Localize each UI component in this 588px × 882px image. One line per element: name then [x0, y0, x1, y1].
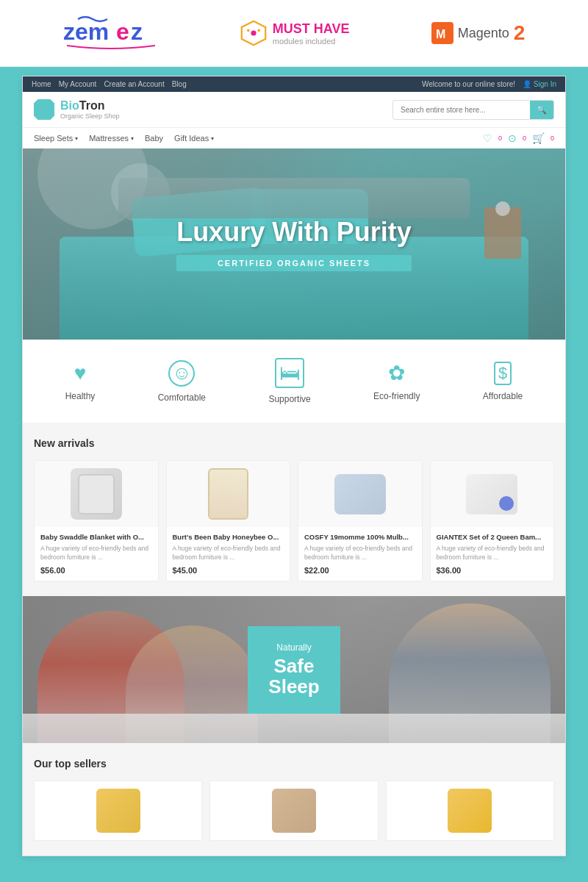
product-img-placeholder-3 [334, 474, 386, 514]
product-name-3: COSFY 19momme 100% Mulb... [304, 533, 416, 542]
seller-img-placeholder-3 [448, 789, 492, 833]
must-have-logo: MUST HAVE modules included [240, 20, 350, 46]
site-header: BioTron Organic Sleep Shop 🔍 [23, 92, 565, 127]
product-price-4: $36.00 [437, 566, 548, 575]
magento-icon: M [431, 22, 453, 44]
main-nav-links: Sleep Sets ▾ Mattresses ▾ Baby Gift Idea… [34, 128, 214, 148]
product-name-1: Baby Swaddle Blanket with O... [40, 533, 152, 542]
chevron-down-icon: ▾ [131, 135, 134, 142]
svg-text:z: z [131, 18, 143, 45]
logo-tron: Tron [79, 99, 105, 112]
seller-img-1 [35, 781, 201, 840]
product-card-3: COSFY 19momme 100% Mulb... A huge variet… [298, 460, 423, 581]
comfortable-icon: ☺ [168, 360, 195, 387]
welcome-text: Welcome to our online store! [422, 80, 515, 88]
hero-section: Luxury With Purity CERTIFIED ORGANIC SHE… [23, 148, 565, 340]
compare-icon[interactable]: ⊙ [508, 132, 517, 144]
product-img-placeholder-4 [466, 474, 517, 514]
magento-text: Magento [458, 26, 509, 41]
seller-card-3 [386, 781, 554, 841]
product-price-1: $56.00 [40, 566, 152, 575]
feature-comfortable: ☺ Comfortable [158, 360, 206, 403]
search-bar: 🔍 [392, 100, 554, 120]
new-arrivals-section: New arrivals Baby Swaddle Blanket with O… [23, 423, 565, 596]
top-sellers-title: Our top sellers [34, 758, 554, 770]
nav-my-account[interactable]: My Account [59, 80, 97, 88]
hero-title: Luxury With Purity [176, 217, 412, 248]
nav-baby[interactable]: Baby [145, 128, 163, 148]
product-img-placeholder-1 [71, 468, 122, 520]
top-sellers-grid [34, 781, 554, 841]
nav-mattresses[interactable]: Mattresses ▾ [89, 128, 134, 148]
clock [495, 201, 510, 216]
product-img-3 [298, 461, 422, 527]
site-logo: BioTron Organic Sleep Shop [34, 99, 120, 120]
product-desc-1: A huge variety of eco-friendly beds and … [40, 545, 152, 562]
wishlist-icon[interactable]: ♡ [483, 132, 492, 144]
search-input[interactable] [393, 101, 530, 118]
supportive-icon: 🛏 [275, 358, 304, 388]
product-img-4 [431, 461, 554, 527]
product-card-1: Baby Swaddle Blanket with O... A huge va… [34, 460, 159, 581]
svg-point-4 [251, 30, 256, 35]
top-sellers-section: Our top sellers [23, 743, 565, 856]
product-desc-4: A huge variety of eco-friendly beds and … [437, 545, 548, 562]
main-nav: Sleep Sets ▾ Mattresses ▾ Baby Gift Idea… [23, 127, 565, 148]
branding-bar: zem e z MUST HAVE modules included M M [0, 0, 588, 67]
seller-img-2 [210, 781, 377, 840]
safe-sleep-box: Naturally Safe Sleep [248, 626, 340, 714]
naturally-text: Naturally [268, 642, 319, 653]
logo-icon [34, 99, 54, 120]
eco-friendly-icon: ✿ [388, 361, 405, 385]
feature-supportive-label: Supportive [268, 394, 310, 404]
top-nav-bar: Home My Account Create an Account Blog W… [23, 76, 565, 92]
hero-content: Luxury With Purity CERTIFIED ORGANIC SHE… [176, 217, 412, 271]
svg-point-6 [257, 29, 260, 32]
nav-create-account[interactable]: Create an Account [104, 80, 164, 88]
mattress-surface [23, 714, 565, 743]
safe-sleep-title: Safe Sleep [268, 656, 319, 698]
hero-subtitle: CERTIFIED ORGANIC SHEETS [176, 255, 412, 271]
healthy-icon: ♥ [74, 362, 87, 385]
seller-img-placeholder-1 [96, 789, 140, 833]
product-card-2: Burt's Been Baby Honeybee O... A huge va… [166, 460, 291, 581]
feature-healthy-label: Healthy [65, 391, 96, 401]
product-price-2: $45.00 [173, 566, 284, 575]
cart-icon[interactable]: 🛒 [532, 132, 545, 144]
zemes-logo: zem e z [63, 13, 159, 53]
magento-version: 2 [514, 21, 526, 45]
user-icon: 👤 [523, 80, 531, 88]
site-container: Home My Account Create an Account Blog W… [22, 76, 566, 856]
feature-healthy: ♥ Healthy [65, 362, 96, 401]
product-img-placeholder-2 [208, 468, 248, 520]
svg-point-5 [247, 29, 250, 32]
feature-supportive: 🛏 Supportive [268, 358, 310, 404]
seller-img-3 [387, 781, 553, 840]
feature-comfortable-label: Comfortable [158, 392, 206, 403]
product-name-2: Burt's Been Baby Honeybee O... [173, 533, 284, 542]
product-price-3: $22.00 [304, 566, 416, 575]
sign-in-link[interactable]: 👤 Sign In [523, 80, 556, 88]
headboard [118, 178, 470, 218]
products-grid: Baby Swaddle Blanket with O... A huge va… [34, 460, 554, 581]
svg-text:e: e [116, 18, 129, 45]
seller-img-placeholder-2 [272, 789, 316, 833]
affordable-icon: $ [494, 362, 512, 385]
must-have-icon [240, 20, 267, 46]
search-button[interactable]: 🔍 [530, 101, 553, 119]
logo-bio: Bio [60, 99, 79, 112]
nav-sleep-sets[interactable]: Sleep Sets ▾ [34, 128, 78, 148]
nav-blog[interactable]: Blog [172, 80, 187, 88]
product-img-1 [35, 461, 158, 527]
nav-gift-ideas[interactable]: Gift Ideas ▾ [174, 128, 214, 148]
nav-home[interactable]: Home [32, 80, 51, 88]
product-card-4: GIANTEX Set of 2 Queen Bam... A huge var… [430, 460, 555, 581]
seller-card-2 [209, 781, 378, 841]
new-arrivals-title: New arrivals [34, 437, 554, 449]
product-name-4: GIANTEX Set of 2 Queen Bam... [437, 533, 548, 542]
logo-subtitle: Organic Sleep Shop [60, 112, 120, 120]
svg-text:M: M [436, 28, 445, 40]
safe-sleep-banner: Naturally Safe Sleep [23, 596, 565, 743]
feature-affordable-label: Affordable [483, 391, 523, 401]
top-nav-links: Home My Account Create an Account Blog [32, 80, 187, 88]
